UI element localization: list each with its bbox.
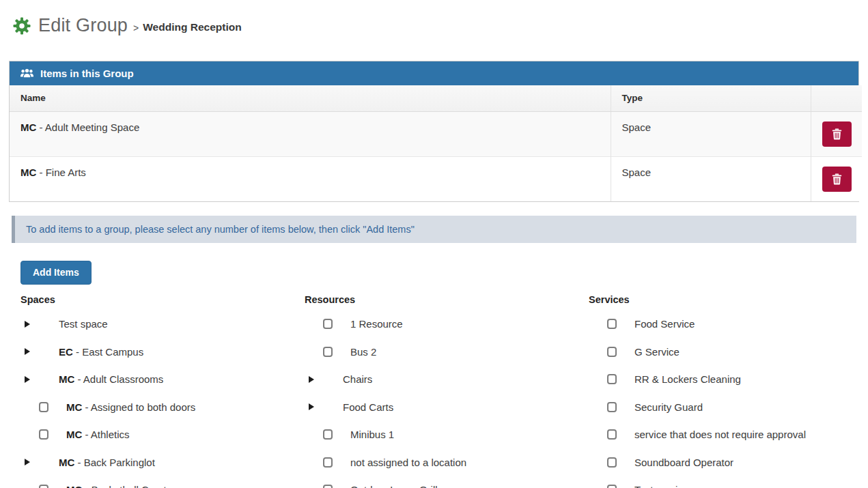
item-checkbox[interactable]	[607, 319, 617, 329]
selection-column-spaces: SpacesTest spaceEC - East CampusMC - Adu…	[20, 294, 305, 488]
item-name-text: - Fine Arts	[36, 167, 86, 178]
item-name-text: - Adult Meeting Space	[36, 121, 139, 133]
list-item: Chairs	[305, 366, 589, 394]
list-item-label: MC - Back Parkinglot	[59, 457, 155, 468]
page-title: Edit Group	[38, 15, 128, 36]
column-title: Spaces	[20, 294, 305, 311]
users-icon	[20, 68, 34, 78]
list-item: MC - Adult Classrooms	[20, 366, 305, 394]
item-checkbox[interactable]	[39, 402, 48, 412]
list-item: Food Service	[589, 311, 868, 339]
expand-arrow-icon[interactable]	[25, 321, 34, 328]
list-item: MC - Assigned to both doors	[20, 393, 305, 421]
item-checkbox[interactable]	[39, 429, 48, 440]
selection-column-services: ServicesFood ServiceG ServiceRR & Locker…	[589, 294, 868, 488]
item-selection-columns: SpacesTest spaceEC - East CampusMC - Adu…	[20, 294, 868, 488]
list-item-label: EC - East Campus	[59, 346, 143, 358]
add-items-button[interactable]: Add Items	[20, 261, 92, 285]
item-checkbox[interactable]	[607, 347, 617, 357]
item-actions-cell	[811, 156, 862, 201]
info-alert: To add items to a group, please select a…	[12, 216, 856, 243]
list-item-label: service that does not require approval	[634, 429, 806, 440]
list-item: RR & Lockers Cleaning	[589, 366, 868, 394]
table-row: MC - Adult Meeting SpaceSpace	[10, 111, 862, 156]
item-checkbox[interactable]	[323, 347, 333, 357]
page: Edit Group > Wedding Reception Items in …	[0, 15, 868, 488]
list-item-label: MC - Adult Classrooms	[59, 373, 163, 385]
column-title: Services	[589, 294, 868, 311]
list-item-prefix: MC	[59, 373, 74, 385]
list-item-label: Soundboard Operator	[634, 457, 733, 468]
list-item: Food Carts	[305, 393, 589, 421]
list-item-label: G Service	[634, 346, 680, 358]
item-checkbox[interactable]	[607, 485, 617, 488]
column-header-actions	[811, 85, 862, 111]
list-item-label: 1 Resource	[350, 318, 403, 330]
list-item: EC - East Campus	[20, 338, 305, 366]
item-checkbox[interactable]	[323, 319, 333, 329]
item-checkbox[interactable]	[323, 429, 333, 440]
items-table-header-row: Name Type	[10, 85, 862, 111]
expand-arrow-icon[interactable]	[25, 376, 34, 383]
breadcrumb-separator: >	[133, 23, 139, 33]
list-item: G Service	[589, 338, 868, 366]
list-item-prefix: MC	[66, 484, 82, 488]
item-checkbox[interactable]	[607, 402, 617, 412]
delete-item-button[interactable]	[822, 167, 852, 192]
item-checkbox[interactable]	[323, 457, 333, 468]
list-item-prefix: MC	[66, 401, 82, 413]
expand-arrow-icon[interactable]	[309, 403, 318, 410]
list-item: MC - Basketball Court	[20, 476, 305, 488]
expand-arrow-icon[interactable]	[25, 459, 34, 465]
group-name: Wedding Reception	[143, 21, 241, 33]
trash-icon	[832, 173, 842, 185]
list-item-label: MC - Basketball Court	[66, 484, 167, 488]
column-header-type: Type	[611, 85, 811, 111]
list-item-prefix: MC	[59, 457, 74, 468]
list-item-label: MC - Athletics	[66, 429, 130, 440]
column-header-name: Name	[10, 85, 611, 111]
list-item-label: Bus 2	[350, 346, 376, 358]
list-item: Soundboard Operator	[589, 448, 868, 476]
item-checkbox[interactable]	[607, 374, 617, 384]
list-item-label: Security Guard	[634, 401, 703, 413]
list-item-label: MC - Assigned to both doors	[66, 401, 195, 413]
list-item-label: RR & Lockers Cleaning	[634, 373, 741, 385]
list-item-prefix: MC	[66, 429, 82, 440]
list-item: Bus 2	[305, 338, 589, 366]
items-panel-header: Items in this Group	[10, 61, 858, 85]
column-title: Resources	[305, 294, 589, 311]
list-item-label: Food Carts	[343, 401, 393, 413]
selection-column-resources: Resources1 ResourceBus 2ChairsFood Carts…	[305, 294, 589, 488]
delete-item-button[interactable]	[822, 121, 852, 147]
trash-icon	[832, 128, 842, 140]
item-name-prefix: MC	[20, 167, 36, 178]
list-item: MC - Back Parkinglot	[20, 448, 305, 476]
info-alert-text: To add items to a group, please select a…	[26, 224, 415, 235]
list-item-label: Test service	[634, 484, 688, 488]
list-item: Outdoor Large Grill	[305, 476, 589, 488]
list-item-label: Test space	[59, 318, 108, 330]
list-item-label: Minibus 1	[350, 429, 394, 440]
list-item-label: Food Service	[634, 318, 695, 330]
item-checkbox[interactable]	[607, 429, 617, 440]
item-checkbox[interactable]	[607, 457, 617, 468]
list-item: Minibus 1	[305, 421, 589, 449]
item-name-cell: MC - Fine Arts	[10, 156, 611, 201]
list-item: Test space	[20, 311, 305, 339]
page-header: Edit Group > Wedding Reception	[12, 15, 868, 36]
table-row: MC - Fine ArtsSpace	[10, 156, 862, 201]
list-item-label: not assigned to a location	[350, 457, 466, 468]
expand-arrow-icon[interactable]	[25, 348, 34, 355]
list-item-label: Outdoor Large Grill	[350, 484, 438, 488]
item-checkbox[interactable]	[323, 485, 333, 488]
expand-arrow-icon[interactable]	[309, 376, 318, 383]
item-type-cell: Space	[611, 156, 811, 201]
list-item: Test service	[589, 476, 868, 488]
items-panel-title: Items in this Group	[40, 68, 134, 79]
list-item: MC - Athletics	[20, 421, 305, 449]
item-checkbox[interactable]	[39, 485, 48, 488]
list-item: service that does not require approval	[589, 421, 868, 449]
gear-icon	[12, 16, 31, 35]
items-panel: Items in this Group Name Type MC - Adult…	[9, 61, 859, 202]
